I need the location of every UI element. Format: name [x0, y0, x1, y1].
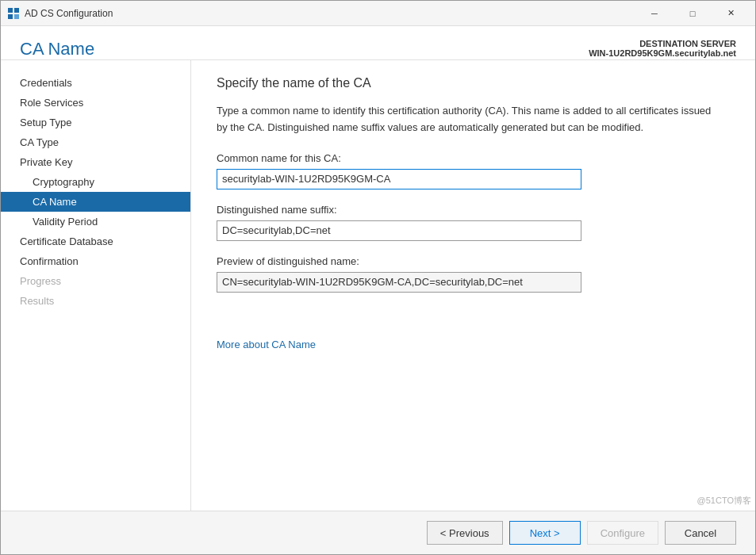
- sidebar-item-credentials[interactable]: Credentials: [1, 73, 190, 93]
- content-heading: Specify the name of the CA: [217, 76, 730, 90]
- main-area: CredentialsRole ServicesSetup TypeCA Typ…: [1, 60, 755, 511]
- preview-field-group: Preview of distinguished name:: [217, 255, 730, 293]
- sidebar-item-private-key[interactable]: Private Key: [1, 152, 190, 172]
- footer: < PreviousNext >ConfigureCancel: [1, 511, 755, 554]
- minimize-button[interactable]: ─: [636, 1, 673, 26]
- sidebar-item-results: Results: [1, 291, 190, 311]
- preview-input: [217, 272, 581, 293]
- sidebar: CredentialsRole ServicesSetup TypeCA Typ…: [1, 60, 191, 511]
- svg-rect-3: [14, 14, 19, 19]
- svg-rect-0: [8, 8, 13, 13]
- sidebar-item-validity-period[interactable]: Validity Period: [1, 212, 190, 232]
- common-name-input[interactable]: [217, 169, 581, 189]
- sidebar-item-confirmation[interactable]: Confirmation: [1, 251, 190, 271]
- sidebar-item-progress: Progress: [1, 271, 190, 291]
- cancel-button[interactable]: Cancel: [665, 521, 736, 545]
- maximize-button[interactable]: □: [674, 1, 711, 26]
- destination-server-label: DESTINATION SERVER: [589, 39, 736, 48]
- titlebar: AD CS Configuration ─ □ ✕: [1, 1, 755, 26]
- content-area: Specify the name of the CA Type a common…: [191, 60, 755, 511]
- page-title: CA Name: [20, 39, 589, 59]
- content-description: Type a common name to identify this cert…: [217, 103, 724, 136]
- svg-rect-2: [8, 14, 13, 19]
- configure-button: Configure: [587, 521, 658, 545]
- sidebar-item-ca-name[interactable]: CA Name: [1, 192, 190, 212]
- destination-server-name: WIN-1U2RD95K9GM.securitylab.net: [589, 48, 736, 58]
- sidebar-item-certificate-database[interactable]: Certificate Database: [1, 232, 190, 251]
- close-button[interactable]: ✕: [712, 1, 749, 26]
- common-name-field-group: Common name for this CA:: [217, 152, 730, 189]
- previous-button[interactable]: < Previous: [427, 521, 503, 545]
- svg-rect-1: [14, 8, 19, 13]
- top-row: CA Name DESTINATION SERVER WIN-1U2RD95K9…: [1, 26, 755, 60]
- sidebar-item-ca-type[interactable]: CA Type: [1, 132, 190, 152]
- distinguished-suffix-input[interactable]: [217, 220, 581, 241]
- sidebar-item-role-services[interactable]: Role Services: [1, 93, 190, 113]
- window-controls: ─ □ ✕: [636, 1, 749, 26]
- app-icon: [7, 7, 20, 20]
- common-name-label: Common name for this CA:: [217, 152, 730, 164]
- destination-info: DESTINATION SERVER WIN-1U2RD95K9GM.secur…: [589, 39, 736, 58]
- sidebar-item-setup-type[interactable]: Setup Type: [1, 113, 190, 132]
- window-title: AD CS Configuration: [25, 8, 636, 19]
- page-title-area: CA Name: [20, 39, 589, 59]
- sidebar-item-cryptography[interactable]: Cryptography: [1, 172, 190, 192]
- more-about-ca-link[interactable]: More about CA Name: [217, 339, 316, 350]
- distinguished-suffix-label: Distinguished name suffix:: [217, 204, 730, 216]
- distinguished-suffix-field-group: Distinguished name suffix:: [217, 204, 730, 241]
- preview-label: Preview of distinguished name:: [217, 255, 730, 267]
- next-button[interactable]: Next >: [509, 521, 581, 545]
- main-window: AD CS Configuration ─ □ ✕ CA Name DESTIN…: [0, 0, 756, 555]
